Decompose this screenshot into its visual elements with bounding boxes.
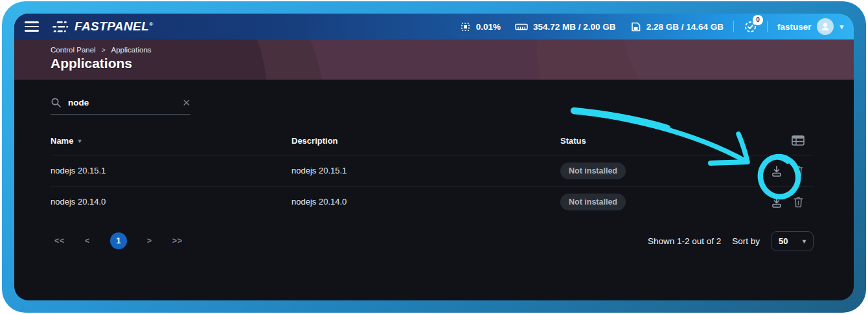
table-row[interactable]: nodejs 20.15.1 nodejs 20.15.1 Not instal… (51, 155, 814, 186)
search-input[interactable] (68, 98, 176, 107)
clear-search-icon[interactable]: ✕ (182, 98, 190, 107)
search-field: ✕ (51, 97, 190, 115)
ram-stat: 354.72 MB / 2.00 GB (515, 22, 616, 32)
breadcrumb-separator: > (102, 47, 106, 54)
fastpanel-logo-icon (52, 21, 69, 32)
app-name: nodejs 20.15.1 (51, 166, 291, 175)
sort-desc-icon: ▾ (78, 137, 81, 144)
cpu-value: 0.01% (476, 22, 501, 32)
user-menu[interactable]: fastuser ▾ (777, 18, 843, 35)
username: fastuser (777, 22, 812, 32)
pagination-last-button[interactable]: >> (172, 236, 183, 245)
topbar: FASTPANEL® 0.01% 354.72 MB / 2.00 GB (14, 14, 854, 39)
chevron-down-icon: ▾ (803, 238, 806, 245)
install-button[interactable] (770, 164, 783, 177)
status-badge: Not installed (560, 194, 626, 210)
pagination-prev-button[interactable]: < (85, 236, 90, 245)
topbar-divider (733, 21, 734, 32)
cpu-icon (460, 21, 471, 32)
registered-mark: ® (149, 21, 153, 27)
fastpanel-logo[interactable]: FASTPANEL® (52, 19, 153, 34)
install-button[interactable] (770, 196, 783, 208)
app-panel: FASTPANEL® 0.01% 354.72 MB / 2.00 GB (14, 14, 854, 300)
user-avatar (817, 18, 834, 35)
ram-icon (515, 22, 528, 32)
app-description: nodejs 20.15.1 (291, 166, 560, 175)
cpu-stat: 0.01% (460, 21, 501, 32)
tasks-button[interactable]: 0 (744, 20, 757, 34)
app-description: nodejs 20.14.0 (291, 197, 560, 207)
disk-stat: 2.28 GB / 14.64 GB (630, 21, 724, 32)
trash-icon (792, 196, 805, 208)
download-icon (770, 164, 783, 177)
table-footer: << < 1 > >> Shown 1-2 out of 2 Sort by 5… (51, 228, 814, 254)
search-icon (51, 97, 62, 108)
table-header-row: Name ▾ Description Status (51, 126, 814, 155)
pagination: << < 1 > >> (54, 232, 183, 249)
disk-value: 2.28 GB / 14.64 GB (646, 22, 724, 32)
table-grid-icon (792, 135, 805, 146)
trash-icon (792, 164, 805, 177)
delete-button[interactable] (792, 196, 805, 208)
page-title: Applications (51, 56, 854, 71)
pagination-page-1[interactable]: 1 (110, 232, 127, 249)
disk-icon (630, 21, 641, 32)
outer-frame: FASTPANEL® 0.01% 354.72 MB / 2.00 GB (2, 1, 866, 313)
table-row[interactable]: nodejs 20.14.0 nodejs 20.14.0 Not instal… (51, 186, 814, 217)
column-header-name[interactable]: Name ▾ (51, 136, 291, 146)
status-badge: Not installed (560, 163, 626, 179)
topbar-divider (767, 21, 768, 32)
chevron-down-icon: ▾ (839, 23, 843, 31)
breadcrumb-applications[interactable]: Applications (111, 46, 152, 54)
menu-hamburger-icon[interactable] (25, 21, 39, 32)
breadcrumb-control-panel[interactable]: Control Panel (51, 46, 96, 54)
table-columns-settings-button[interactable] (792, 135, 805, 146)
app-name: nodejs 20.14.0 (51, 197, 291, 207)
breadcrumb: Control Panel > Applications (51, 46, 854, 54)
tasks-count-badge: 0 (753, 15, 763, 25)
pagination-first-button[interactable]: << (54, 236, 65, 245)
column-header-status: Status (560, 136, 764, 146)
download-icon (770, 196, 783, 208)
delete-button[interactable] (792, 164, 805, 177)
pagination-next-button[interactable]: > (147, 236, 152, 245)
page-header-band: Control Panel > Applications Application… (14, 39, 854, 80)
page-size-select[interactable]: 50 ▾ (771, 231, 814, 251)
column-header-description: Description (291, 136, 560, 146)
person-icon (820, 21, 830, 32)
resource-stats: 0.01% 354.72 MB / 2.00 GB 2.28 GB / 14.6… (446, 21, 724, 32)
ram-value: 354.72 MB / 2.00 GB (533, 22, 616, 32)
page-size-value: 50 (779, 236, 788, 246)
shown-count-text: Shown 1-2 out of 2 (648, 236, 721, 246)
logo-text: FASTPANEL® (74, 19, 153, 34)
main-content: ✕ Name ▾ Description Status (14, 97, 854, 254)
sort-by-label: Sort by (732, 236, 760, 246)
